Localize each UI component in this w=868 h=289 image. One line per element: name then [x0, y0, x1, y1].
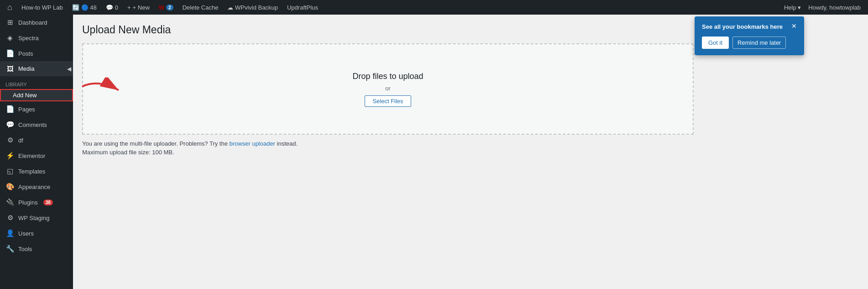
- sidebar-item-plugins[interactable]: 🔌 Plugins 38: [0, 194, 73, 210]
- main-layout: ⊞ Dashboard ◈ Spectra 📄 Posts 🖼 Media ◀ …: [0, 15, 868, 289]
- sidebar-item-posts[interactable]: 📄 Posts: [0, 46, 73, 61]
- dashboard-icon: ⊞: [5, 18, 15, 26]
- main-content: Upload New Media Drop files to upload or…: [73, 15, 868, 289]
- upload-info-text: You are using the multi-file uploader. P…: [82, 140, 859, 147]
- sidebar-item-elementor[interactable]: ⚡ Elementor: [0, 148, 73, 163]
- templates-icon: ◱: [5, 167, 15, 175]
- updates-item[interactable]: 🔄 🔵 48: [68, 0, 100, 15]
- delete-cache-item[interactable]: Delete Cache: [179, 0, 222, 15]
- sidebar-item-comments[interactable]: 💬 Comments: [0, 117, 73, 132]
- sidebar-item-dashboard[interactable]: ⊞ Dashboard: [0, 15, 73, 30]
- updraftplus-item[interactable]: UpdraftPlus: [283, 0, 322, 15]
- appearance-icon: 🎨: [5, 183, 15, 191]
- df-icon: ⚙: [5, 136, 15, 144]
- media-icon: 🖼: [5, 65, 15, 73]
- media-collapse-arrow: ◀: [67, 66, 71, 72]
- upload-section: Drop files to upload or Select Files: [82, 43, 859, 140]
- sidebar-item-spectra[interactable]: ◈ Spectra: [0, 30, 73, 46]
- select-files-button[interactable]: Select Files: [365, 95, 411, 107]
- bookmark-popup-actions: Got it Remind me later: [702, 37, 797, 49]
- bookmark-popup-title: See all your bookmarks here: [702, 23, 788, 31]
- new-item[interactable]: + + New: [124, 0, 153, 15]
- howdy-user[interactable]: Howdy, howtowplab: [805, 0, 864, 15]
- got-it-button[interactable]: Got it: [702, 37, 729, 49]
- remind-later-button[interactable]: Remind me later: [732, 37, 786, 49]
- sidebar: ⊞ Dashboard ◈ Spectra 📄 Posts 🖼 Media ◀ …: [0, 15, 73, 289]
- sidebar-item-appearance[interactable]: 🎨 Appearance: [0, 179, 73, 194]
- sidebar-item-df[interactable]: ⚙ df: [0, 132, 73, 148]
- bookmark-popup-close-button[interactable]: ✕: [791, 23, 797, 29]
- elementor-icon: ⚡: [5, 152, 15, 160]
- spectra-icon: ◈: [5, 34, 15, 42]
- sidebar-item-add-new[interactable]: Add New: [0, 89, 73, 101]
- browser-uploader-link[interactable]: browser uploader: [230, 140, 275, 147]
- sidebar-item-media[interactable]: 🖼 Media ◀: [0, 61, 73, 76]
- help-button[interactable]: Help ▾: [780, 0, 805, 15]
- wpvivid-item[interactable]: ☁ WPvivid Backup: [224, 0, 282, 15]
- wp-staging-icon: ⚙: [5, 214, 15, 222]
- admin-bar: ⌂ How-to WP Lab 🔄 🔵 48 💬 0 + + New W 2 D…: [0, 0, 868, 15]
- tools-icon: 🔧: [5, 245, 15, 253]
- sidebar-item-tools[interactable]: 🔧 Tools: [0, 241, 73, 257]
- comments-item[interactable]: 💬 0: [102, 0, 122, 15]
- bookmark-popup-header: See all your bookmarks here ✕: [702, 23, 797, 31]
- wp-home-icon[interactable]: ⌂: [4, 0, 16, 15]
- library-section-label: Library: [0, 76, 73, 89]
- sidebar-item-pages[interactable]: 📄 Pages: [0, 101, 73, 117]
- plugins-icon: 🔌: [5, 198, 15, 206]
- plugins-badge: 38: [43, 200, 53, 205]
- posts-icon: 📄: [5, 49, 15, 58]
- upload-or-text: or: [385, 85, 391, 92]
- site-name[interactable]: How-to WP Lab: [18, 0, 67, 15]
- users-icon: 👤: [5, 229, 15, 237]
- upload-drop-area[interactable]: Drop files to upload or Select Files: [82, 43, 694, 135]
- pages-icon: 📄: [5, 105, 15, 113]
- admin-bar-right: Help ▾ Howdy, howtowplab: [780, 0, 864, 15]
- comments-icon: 💬: [5, 121, 15, 129]
- drop-files-text: Drop files to upload: [352, 72, 423, 81]
- max-upload-size-text: Maximum upload file size: 100 MB.: [82, 149, 859, 156]
- woocommerce-item[interactable]: W 2: [155, 0, 177, 15]
- sidebar-item-users[interactable]: 👤 Users: [0, 226, 73, 241]
- sidebar-item-wp-staging[interactable]: ⚙ WP Staging: [0, 210, 73, 226]
- sidebar-item-templates[interactable]: ◱ Templates: [0, 163, 73, 179]
- bookmark-popup: See all your bookmarks here ✕ Got it Rem…: [695, 16, 804, 55]
